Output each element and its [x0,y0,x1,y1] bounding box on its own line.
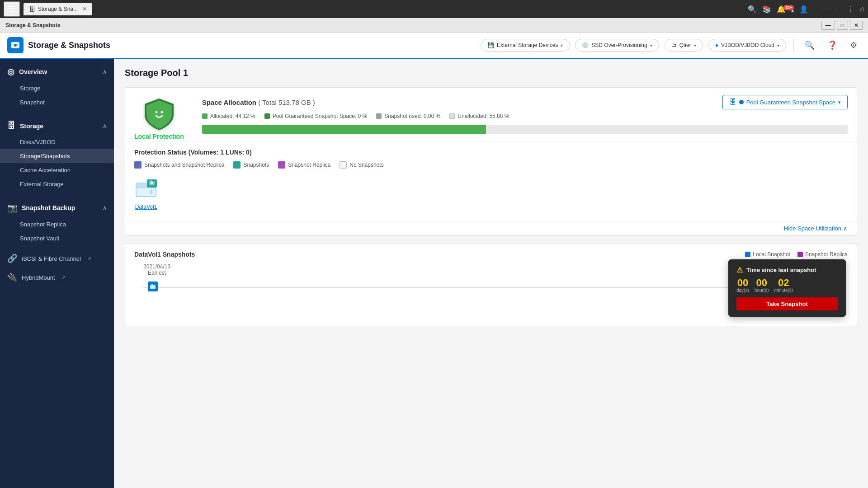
snapshots-label: Snapshots [243,162,269,168]
qtier-arrow: ▾ [694,43,696,48]
legend-sq-snapshot-replica [278,161,285,169]
hybridmount-label: HybridMount [22,274,55,281]
layers-icon[interactable]: 📚 [762,5,771,14]
sidebar-item-storage[interactable]: 🗄 Storage ∧ [0,117,114,135]
svg-point-3 [151,106,167,122]
tab-close-button[interactable]: ✕ [82,6,87,12]
volume-datavol1[interactable]: DataVol1 [134,179,158,210]
ssd-icon: 💿 [582,42,589,48]
snapshot-replica-label: Snapshot Replica [20,221,66,228]
tab-label: Storage & Sna... [38,6,78,12]
protection-title: Protection Status (Volumes: 1 LUNs: 0) [134,149,848,156]
no-snapshots-label: No Snapshots [349,162,383,168]
sidebar-item-storage-overview[interactable]: Storage [0,81,114,95]
close-button[interactable]: ✕ [850,21,863,30]
admin-menu-button[interactable]: admin ▾ [814,4,842,14]
toolbar-divider [793,38,794,52]
sidebar-item-snapshot-overview[interactable]: Snapshot [0,95,114,109]
menu-button[interactable]: ☰ [4,1,20,17]
space-progress-bar [202,125,848,134]
legend-pool-snapshot-label: Pool Guaranteed Snapshot Space: 0 % [273,113,367,119]
snapshot-marker-earliest[interactable] [148,282,158,291]
snapshot-vault-label: Snapshot Vault [20,235,59,242]
magnifier-icon-button[interactable]: 🔍 [801,38,818,52]
earliest-date-label: 2021/04/13 Earliest [143,263,170,276]
sidebar-item-cache-acceleration[interactable]: Cache Acceleration [0,163,114,177]
legend-sq-no-snapshots [340,161,347,169]
sidebar-item-iscsi[interactable]: 🔗 iSCSI & Fibre Channel ↗ [0,249,114,268]
ssd-provisioning-button[interactable]: 💿 SSD Over-Provisioning ▾ [575,39,659,52]
legend-local-snapshot: Local Snapshot [745,251,790,258]
sidebar-item-snapshot-vault[interactable]: Snapshot Vault [0,231,114,245]
overview-icon: ◎ [7,67,14,77]
volume-grid: DataVol1 [134,176,848,214]
more-options-icon[interactable]: ⋮ [847,5,854,14]
sidebar-item-external-storage[interactable]: External Storage [0,177,114,191]
sidebar-item-hybridmount[interactable]: 🔌 HybridMount ↗ [0,268,114,287]
page-title: Storage Pool 1 [125,68,857,78]
iscsi-icon: 🔗 [7,253,17,263]
app-container: Storage & Snapshots 💾 External Storage D… [0,33,868,488]
local-snapshot-legend-label: Local Snapshot [753,251,790,258]
tooltip-minutes: 02 minute(s) [774,278,793,293]
svg-point-13 [151,182,154,185]
pool-snapshot-button[interactable]: 🗄 Pool Guaranteed Snapshot Space ▾ [722,95,848,109]
app-bar: Storage & Snapshots — □ ✕ [0,18,868,33]
svg-point-16 [152,286,154,288]
tooltip-hours-label: hour(s) [755,288,769,293]
snapshot-overview-label: Snapshot [20,99,45,106]
pool-snapshot-label: Pool Guaranteed Snapshot Space [746,99,835,106]
help-icon-button[interactable]: ❓ [824,38,841,52]
vjbod-button[interactable]: ● VJBOD/VJBOD Cloud ▾ [708,39,786,52]
home-icon[interactable]: ⌂ [860,5,864,13]
external-storage-button[interactable]: 💾 External Storage Devices ▾ [481,39,570,52]
storage-snapshots-label: Storage/Snapshots [20,153,70,160]
take-snapshot-button[interactable]: Take Snapshot [736,297,838,310]
tooltip-hours: 00 hour(s) [755,278,769,293]
window-controls: — □ ✕ [821,21,863,30]
search-icon[interactable]: 🔍 [748,5,757,14]
user-icon[interactable]: 👤 [799,5,808,14]
unallocated-segment [486,125,848,134]
iscsi-external-icon: ↗ [87,256,91,262]
svg-rect-14 [150,180,152,181]
sidebar-item-snapshot-replica[interactable]: Snapshot Replica [0,217,114,231]
cache-acceleration-label: Cache Acceleration [20,167,71,174]
snapshot-backup-section: 📷 Snapshot Backup ∧ Snapshot Replica Sna… [0,195,114,249]
maximize-button[interactable]: □ [837,21,848,30]
title-bar: ☰ 🗄 Storage & Sna... ✕ 🔍 📚 🔔 ℹ 10+ 👤 adm… [0,0,868,18]
minimize-button[interactable]: — [821,21,835,30]
local-protection-label: Local Protection [134,133,184,140]
legend-unallocated-label: Unallocated: 55.88 % [458,113,509,119]
sidebar-item-snapshot-backup[interactable]: 📷 Snapshot Backup ∧ [0,198,114,217]
vjbod-arrow: ▾ [777,43,779,48]
protection-section: Protection Status (Volumes: 1 LUNs: 0) S… [125,141,857,221]
snapshot-replica-tl-label: Snapshot Replica [805,251,848,258]
legend-sq-snapshots [233,161,241,169]
timeline-legend: Local Snapshot Snapshot Replica [745,251,848,258]
alert-icon-with-badge[interactable]: ℹ 10+ [791,5,794,14]
pool-snapshot-icon: 🗄 [729,98,736,106]
tl-dot-local [745,252,750,257]
legend-snapshot-used-label: Snapshot used: 0.00 % [384,113,440,119]
sidebar-item-disks-vjbod[interactable]: Disks/VJBOD [0,135,114,149]
allocated-segment [202,125,486,134]
legend-dot-unallocated [449,113,455,119]
app-tab[interactable]: 🗄 Storage & Sna... ✕ [24,3,92,15]
legend-allocated-label: Allocated: 44.12 % [210,113,255,119]
legend-dot-snapshot-used [376,113,382,119]
snapshot-timeline-title: DataVol1 Snapshots [134,251,195,258]
hide-utilization-button[interactable]: Hide Space Utilization ∧ [784,225,848,232]
snapshot-marker-icon [150,284,156,289]
sidebar-item-storage-snapshots[interactable]: Storage/Snapshots [0,149,114,163]
sidebar-item-overview[interactable]: ◎ Overview ∧ [0,62,114,81]
tooltip-days-val: 00 [737,278,748,288]
qtier-button[interactable]: 🗂 Qtier ▾ [665,39,703,52]
legend-snapshots-and-replica: Snapshots and Snapshot Replica [134,161,224,169]
hide-utilization-label: Hide Space Utilization [784,225,841,232]
vjbod-icon: ● [715,42,718,48]
vjbod-label: VJBOD/VJBOD Cloud [721,42,774,48]
settings-icon-button[interactable]: ⚙ [846,38,861,52]
tooltip-title: Time since last snapshot [746,267,816,273]
shield-icon [141,95,177,131]
